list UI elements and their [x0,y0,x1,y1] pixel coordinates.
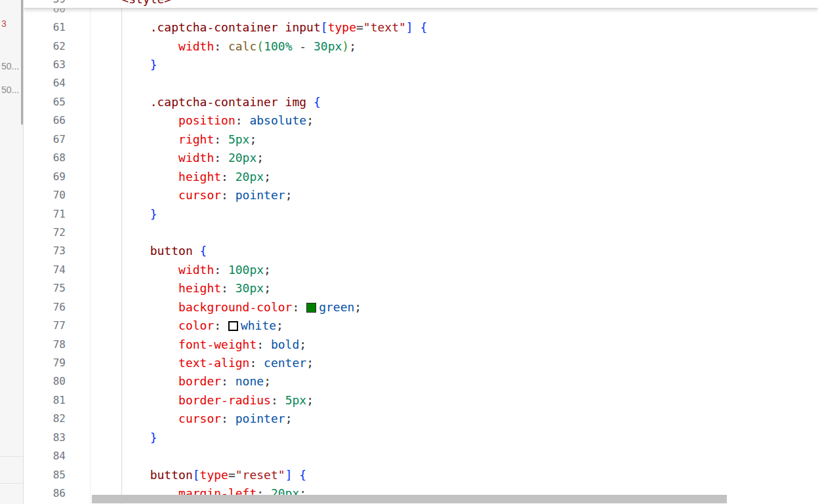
code-line[interactable]: 65 .captcha-container img { [24,92,818,111]
code-token: type [200,468,228,482]
side-panel-item[interactable]: 50... [1,85,19,95]
line-content: border: none; [66,374,271,388]
code-token: = [356,20,363,34]
code-line[interactable]: 80 border: none; [24,372,818,391]
line-number[interactable]: 85 [24,469,66,481]
code-token: ; [264,281,271,295]
code-line[interactable]: 85 button[type="reset"] { [24,465,818,484]
line-content: border-radius: 5px; [66,393,314,407]
code-token: height [93,170,221,184]
code-editor[interactable]: 6061 .captcha-container input[type="text… [24,0,818,504]
code-line[interactable]: 62 width: calc(100% - 30px); [24,37,818,55]
line-number[interactable]: 81 [24,394,66,406]
line-number[interactable]: 69 [24,170,66,183]
line-content: font-weight: bold; [66,338,306,351]
code-token: ; [285,188,293,202]
code-token [413,20,420,34]
line-number[interactable]: 79 [24,357,66,369]
code-token: "text" [363,20,406,34]
code-line[interactable]: 83 } [24,428,818,446]
code-token: button [93,244,200,258]
code-line[interactable]: 69 height: 20px; [24,167,818,185]
code-token: ; [299,338,306,351]
code-token: white [241,319,276,332]
code-line[interactable]: 67 right: 5px; [24,130,818,148]
line-number[interactable]: 77 [24,319,66,332]
line-number[interactable]: 70 [24,189,66,201]
code-line[interactable]: 77 color: white; [24,316,818,334]
side-panel-item[interactable]: 50... [1,61,19,71]
code-token: background-color [93,300,292,314]
line-number[interactable]: 86 [24,487,66,499]
line-number[interactable]: 73 [24,244,66,257]
code-token: { [420,20,428,34]
code-line[interactable]: 74 width: 100px; [24,260,818,279]
color-swatch-white[interactable] [228,321,238,331]
line-content: } [66,58,157,71]
line-number[interactable]: 61 [24,21,66,33]
code-line[interactable]: 72 [24,223,818,241]
line-number[interactable]: 59 [24,0,66,5]
code-line[interactable]: 61 .captcha-container input[type="text"]… [24,18,818,36]
code-token: ; [354,300,361,314]
code-line[interactable]: 81 border-radius: 5px; [24,391,818,409]
code-line[interactable]: 84 [24,447,818,465]
color-swatch-green[interactable] [306,303,316,313]
line-number[interactable]: 68 [24,151,66,164]
code-token: ; [264,170,271,184]
code-line[interactable]: 75 height: 30px; [24,279,818,298]
code-token: center [264,356,306,370]
code-token: cursor [93,412,221,425]
code-token: font-weight [93,338,256,351]
line-number[interactable]: 74 [24,263,66,276]
line-content: width: 20px; [66,151,264,165]
line-number[interactable]: 67 [24,133,66,145]
code-line[interactable]: 71 } [24,204,818,223]
code-token: position [93,113,235,127]
line-number[interactable]: 71 [24,208,66,220]
code-line[interactable]: 78 font-weight: bold; [24,335,818,353]
side-panel-item[interactable]: 3 [1,18,7,29]
code-token: type [328,20,356,34]
code-token: : [214,263,228,277]
sticky-scroll-row[interactable]: 59 <style> [24,0,818,9]
line-number[interactable]: 84 [24,450,66,462]
code-token: border-radius [93,393,271,407]
line-number[interactable]: 66 [24,114,66,126]
line-number[interactable]: 64 [24,77,66,89]
code-token: : [221,412,235,425]
line-number[interactable]: 72 [24,226,66,239]
code-token: 20px [228,151,256,165]
horizontal-scrollbar-thumb[interactable] [92,495,727,503]
code-line[interactable]: 79 text-align: center; [24,353,818,372]
code-line[interactable]: 63 } [24,55,818,73]
code-line[interactable]: 73 button { [24,242,818,260]
code-token: ; [264,374,271,388]
code-line[interactable]: 70 cursor: pointer; [24,185,818,204]
code-token: 20px [235,170,264,184]
code-line[interactable]: 68 width: 20px; [24,149,818,167]
line-number[interactable]: 76 [24,301,66,313]
line-number[interactable]: 80 [24,375,66,387]
code-line[interactable]: 76 background-color: green; [24,298,818,316]
code-token: [ [321,20,328,34]
line-number[interactable]: 83 [24,431,66,444]
line-number[interactable]: 63 [24,58,66,71]
line-number[interactable]: 62 [24,40,66,52]
code-line[interactable]: 64 [24,74,818,92]
code-token: height [93,281,221,295]
code-line[interactable]: 59 <style> [24,0,171,9]
line-number[interactable]: 82 [24,412,66,425]
line-content: color: white; [66,319,283,332]
code-line[interactable]: 66 position: absolute; [24,111,818,130]
line-number[interactable]: 65 [24,96,66,108]
line-content: right: 5px; [66,132,256,146]
code-token: : [221,188,235,202]
code-token: width [93,151,214,165]
line-content: .captcha-container img { [66,95,321,109]
line-number[interactable]: 75 [24,282,66,294]
line-number[interactable]: 78 [24,338,66,351]
code-line[interactable]: 82 cursor: pointer; [24,410,818,428]
code-token: bold [271,338,299,351]
code-token: ; [256,151,264,165]
